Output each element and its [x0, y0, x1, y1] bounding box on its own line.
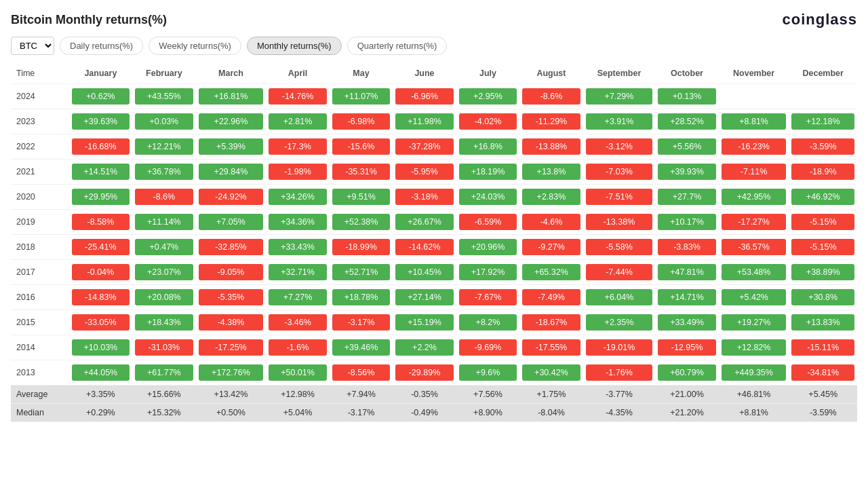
tab-monthly[interactable]: Monthly returns(%) [247, 37, 342, 55]
data-cell: -14.76% [266, 84, 329, 109]
data-cell: -13.88% [519, 134, 583, 159]
year-cell: 2017 [11, 260, 69, 285]
data-cell: +2.2% [393, 335, 456, 360]
data-cell: +36.78% [132, 159, 195, 185]
data-cell: +34.36% [266, 210, 329, 235]
data-cell: +32.71% [266, 260, 329, 285]
year-cell: 2013 [11, 360, 69, 385]
data-cell: +19.27% [719, 310, 789, 335]
data-cell: -3.59% [789, 134, 857, 159]
average-cell: +21.00% [655, 385, 718, 404]
data-cell: +7.27% [266, 285, 329, 310]
data-cell: +9.6% [456, 360, 519, 385]
col-header-may: May [330, 64, 393, 84]
data-cell: -8.6% [132, 185, 195, 210]
data-cell: +3.91% [583, 109, 656, 134]
data-cell: -7.03% [583, 159, 656, 185]
year-cell: 2014 [11, 335, 69, 360]
data-cell: +20.08% [132, 285, 195, 310]
col-header-april: April [266, 64, 329, 84]
table-row: 2015-33.05%+18.43%-4.38%-3.46%-3.17%+15.… [11, 310, 857, 335]
data-cell: +6.04% [583, 285, 656, 310]
tab-daily[interactable]: Daily returns(%) [60, 37, 143, 55]
data-cell: +38.89% [789, 260, 857, 285]
data-cell: +33.43% [266, 235, 329, 260]
data-cell: +12.21% [132, 134, 195, 159]
table-row: 2019-8.58%+11.14%+7.05%+34.36%+52.38%+26… [11, 210, 857, 235]
asset-selector[interactable]: BTC [11, 37, 54, 55]
data-cell: -19.01% [583, 335, 656, 360]
data-cell: +30.42% [519, 360, 583, 385]
data-cell: -8.6% [519, 84, 583, 109]
median-row: Median+0.29%+15.32%+0.50%+5.04%-3.17%-0.… [11, 404, 857, 422]
data-cell: +23.07% [132, 260, 195, 285]
average-cell: +15.66% [132, 385, 195, 404]
data-cell: +18.19% [456, 159, 519, 185]
col-header-january: January [69, 64, 132, 84]
average-cell: +5.45% [789, 385, 857, 404]
data-cell: -4.38% [196, 310, 267, 335]
data-cell: +7.05% [196, 210, 267, 235]
data-cell: +0.03% [132, 109, 195, 134]
data-cell: +44.05% [69, 360, 132, 385]
data-cell [719, 84, 789, 109]
data-cell: -16.23% [719, 134, 789, 159]
data-cell: -34.81% [789, 360, 857, 385]
data-cell: +8.2% [456, 310, 519, 335]
data-cell: +60.79% [655, 360, 718, 385]
data-cell: -14.83% [69, 285, 132, 310]
data-cell: +2.83% [519, 185, 583, 210]
data-cell: -18.67% [519, 310, 583, 335]
table-row: 2024+0.62%+43.55%+16.81%-14.76%+11.07%-6… [11, 84, 857, 109]
table-row: 2020+29.95%-8.6%-24.92%+34.26%+9.51%-3.1… [11, 185, 857, 210]
median-cell: +8.90% [456, 404, 519, 422]
data-cell: +10.17% [655, 210, 718, 235]
table-row: 2014+10.03%-31.03%-17.25%-1.6%+39.46%+2.… [11, 335, 857, 360]
returns-table: TimeJanuaryFebruaryMarchAprilMayJuneJuly… [11, 64, 857, 422]
tab-bar: BTC Daily returns(%) Weekly returns(%) M… [11, 37, 857, 55]
median-cell: +21.20% [655, 404, 718, 422]
data-cell: +12.82% [719, 335, 789, 360]
data-cell: +11.98% [393, 109, 456, 134]
data-cell: -32.85% [196, 235, 267, 260]
year-cell: 2022 [11, 134, 69, 159]
average-cell: +7.94% [330, 385, 393, 404]
data-cell: +50.01% [266, 360, 329, 385]
data-cell: +2.35% [583, 310, 656, 335]
data-cell: +14.71% [655, 285, 718, 310]
data-cell: -6.59% [456, 210, 519, 235]
data-cell: +24.03% [456, 185, 519, 210]
page-title: Bitcoin Monthly returns(%) [11, 13, 167, 27]
data-cell: -24.92% [196, 185, 267, 210]
data-cell: +0.62% [69, 84, 132, 109]
data-cell: +22.96% [196, 109, 267, 134]
data-cell: +11.14% [132, 210, 195, 235]
table-row: 2016-14.83%+20.08%-5.35%+7.27%+18.78%+27… [11, 285, 857, 310]
data-cell: -4.02% [456, 109, 519, 134]
tab-quarterly[interactable]: Quarterly returns(%) [347, 37, 448, 55]
tab-weekly[interactable]: Weekly returns(%) [149, 37, 241, 55]
data-cell: -7.49% [519, 285, 583, 310]
col-header-march: March [196, 64, 267, 84]
data-cell: -12.95% [655, 335, 718, 360]
data-cell: -0.04% [69, 260, 132, 285]
data-cell: +30.8% [789, 285, 857, 310]
data-cell: +65.32% [519, 260, 583, 285]
data-cell: -6.98% [330, 109, 393, 134]
data-cell: +5.39% [196, 134, 267, 159]
data-cell: -29.89% [393, 360, 456, 385]
data-cell: +46.92% [789, 185, 857, 210]
average-cell: +46.81% [719, 385, 789, 404]
data-cell: +5.56% [655, 134, 718, 159]
data-cell: -25.41% [69, 235, 132, 260]
data-cell: +28.52% [655, 109, 718, 134]
average-cell: +7.56% [456, 385, 519, 404]
data-cell: +8.81% [719, 109, 789, 134]
year-cell: 2015 [11, 310, 69, 335]
data-cell: -17.3% [266, 134, 329, 159]
data-cell: +20.96% [456, 235, 519, 260]
data-cell: -5.35% [196, 285, 267, 310]
data-cell: -3.83% [655, 235, 718, 260]
data-cell: +26.67% [393, 210, 456, 235]
data-cell: +16.81% [196, 84, 267, 109]
